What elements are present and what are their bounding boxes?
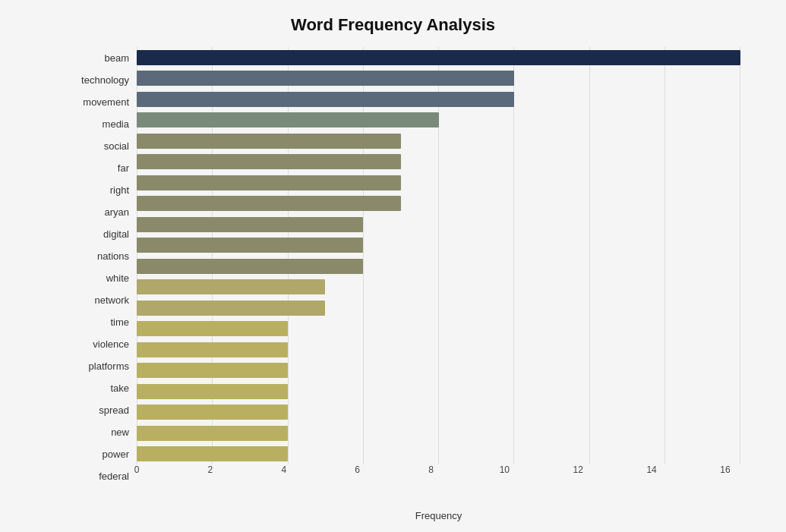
- bar-row: [137, 320, 740, 337]
- bar: [137, 238, 363, 253]
- y-label: network: [94, 291, 129, 310]
- bars-and-grid: 0246810121416Frequency: [137, 47, 740, 487]
- bar-row: [137, 195, 740, 212]
- bar-row: [137, 279, 740, 295]
- bar: [137, 112, 439, 127]
- y-label: power: [103, 445, 129, 464]
- bar-row: [137, 300, 740, 316]
- bar-row: [137, 112, 740, 128]
- y-label: media: [103, 115, 129, 134]
- y-label: nations: [97, 247, 129, 266]
- y-label: white: [106, 269, 129, 288]
- bar-row: [137, 383, 740, 400]
- bar-row: [137, 70, 740, 87]
- bar: [137, 217, 363, 232]
- y-label: take: [110, 379, 129, 398]
- bar: [137, 342, 288, 357]
- y-label: time: [110, 313, 129, 332]
- x-axis-label: Frequency: [415, 510, 462, 521]
- bar: [137, 426, 288, 441]
- bar: [137, 154, 401, 169]
- bar: [137, 196, 401, 211]
- chart-area: beamtechnologymovementmediasocialfarrigh…: [76, 47, 740, 487]
- bar: [137, 50, 740, 65]
- bar-row: [137, 425, 740, 442]
- bar-row: [137, 237, 740, 253]
- bar-row: [137, 133, 740, 150]
- bar: [137, 405, 288, 420]
- y-label: platforms: [89, 357, 129, 376]
- bar: [137, 259, 363, 274]
- y-label: technology: [81, 71, 129, 90]
- y-label: new: [111, 423, 129, 442]
- y-label: aryan: [104, 203, 129, 222]
- bar-row: [137, 404, 740, 420]
- bar-row: [137, 258, 740, 275]
- bar-row: [137, 49, 740, 66]
- y-label: right: [110, 181, 129, 200]
- bar: [137, 134, 401, 149]
- chart-title: Word Frequency Analysis: [46, 15, 740, 35]
- bar: [137, 446, 288, 461]
- y-label: violence: [93, 335, 129, 354]
- chart-container: Word Frequency Analysis beamtechnologymo…: [0, 0, 786, 532]
- bar: [137, 384, 288, 399]
- y-label: beam: [104, 49, 129, 68]
- bar: [137, 301, 325, 316]
- bar-row: [137, 216, 740, 233]
- bar: [137, 175, 401, 190]
- bar: [137, 321, 288, 336]
- y-axis: beamtechnologymovementmediasocialfarrigh…: [76, 47, 137, 487]
- bar-row: [137, 445, 740, 462]
- y-label: movement: [83, 93, 129, 112]
- bar-row: [137, 362, 740, 379]
- bar-row: [137, 342, 740, 358]
- bar-row: [137, 153, 740, 170]
- y-label: federal: [99, 467, 129, 486]
- y-label: digital: [103, 225, 129, 244]
- y-label: spread: [99, 401, 129, 420]
- bar: [137, 71, 514, 86]
- bar-row: [137, 175, 740, 191]
- bar-row: [137, 91, 740, 108]
- y-label: social: [104, 137, 129, 156]
- bars-container: [137, 47, 740, 487]
- bar: [137, 92, 514, 107]
- bar: [137, 363, 288, 378]
- y-label: far: [118, 159, 129, 178]
- bar: [137, 279, 325, 294]
